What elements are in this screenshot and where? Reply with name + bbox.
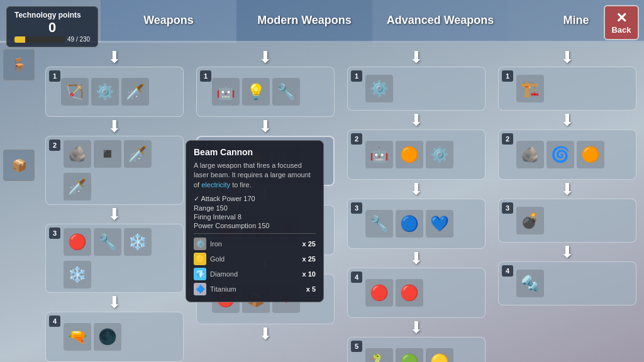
item-icon: 🔧 [272,78,300,106]
item-icon: 💙 [426,210,453,238]
arrow-3: ⬇ [108,294,121,310]
tier-badge-4: 4 [49,315,60,327]
item-icon: 🔴 [365,279,393,307]
close-icon: ✕ [616,11,627,25]
main-area: 🪑 📦 ⬇ 1 🏹 ⚙️ 🗡️ ⬇ 2 🪨 ◾ 🗡️ [0,43,644,362]
col-header-weapons: Weapons [101,0,236,43]
col-header-modern-weapons: Modern Weapons [236,0,372,43]
progress-bar-fill [14,36,25,43]
arrow-top-weapons: ⬇ [108,49,121,65]
tier-badge-2: 2 [49,140,60,151]
arrow-1a: ⬇ [409,112,423,128]
tier-badge-1: 1 [351,70,362,82]
item-icon: 🪨 [64,140,91,168]
card-icons: 🔫 🌑 [51,323,121,351]
item-icon: 🔧 [94,228,121,256]
card-icons: 🏹 ⚙️ 🗡️ [51,78,149,106]
item-icon: ❄️ [64,261,91,288]
resource-diamond-label: Diamond [210,270,299,278]
advanced-tier5[interactable]: 5 🐍 🟢 🟡 [347,337,486,362]
advanced-tier3[interactable]: 3 🔧 🔵 💙 [347,199,486,249]
back-label: Back [611,25,631,35]
iron-icon: ⚙️ [194,238,206,250]
arrow-3a: ⬇ [409,250,423,266]
item-icon: 🤖 [212,78,240,106]
arrow-2mine: ⬇ [560,181,574,197]
item-icon: 🟡 [426,348,453,362]
arrow-2: ⬇ [108,206,121,222]
stat-power: Power Consumption 150 [194,222,316,229]
item-icon: 🔵 [396,210,423,238]
card-icons: 🪨 ◾ 🗡️ [51,140,152,168]
arrow-2a: ⬇ [409,181,423,197]
resource-gold-amount: x 25 [303,255,316,263]
back-button[interactable]: ✕ Back [604,5,639,40]
beam-cannon-tooltip: Beam Cannon A large weapon that fires a … [186,140,324,302]
tier-badge-4: 4 [502,265,513,277]
modern-tier1[interactable]: 1 🤖 💡 🔧 [196,67,335,117]
titanium-icon: 🔷 [194,283,206,295]
item-icon: ⚙️ [365,75,393,102]
arrow-1m: ⬇ [258,118,272,134]
item-icon: 💡 [242,78,270,106]
mine-tier4[interactable]: 4 🔩 [498,261,636,305]
weapons-tier4[interactable]: 4 🔫 🌑 [45,312,184,362]
sidebar-item-0[interactable]: 🪑 [3,49,35,80]
sidebar-item-1[interactable]: 📦 [3,150,35,181]
tooltip-resources: ⚙️ Iron x 25 🟡 Gold x 25 💎 Diamond x 10 … [194,238,316,295]
tier-badge-1: 1 [502,70,513,82]
tier-badge-1: 1 [49,70,60,82]
diamond-icon: 💎 [194,268,206,280]
weapons-tier3[interactable]: 3 🔴 🔧 ❄️ ❄️ [45,224,184,293]
resource-titanium: 🔷 Titanium x 5 [194,283,316,295]
item-icon: 🔫 [64,323,91,351]
item-icon: ⚙️ [426,141,453,168]
item-icon: 🔩 [516,270,544,297]
arrow-top-adv: ⬇ [409,49,423,65]
item-icon: 🟢 [396,348,423,362]
mine-tier1[interactable]: 1 🏗️ [498,67,636,111]
weapons-tier1[interactable]: 1 🏹 ⚙️ 🗡️ [45,67,184,117]
tooltip-stats: ✓ Attack Power 170 Range 150 Firing Inte… [194,195,316,229]
item-icon: ◾ [94,140,121,168]
item-icon: 🗡️ [64,173,91,200]
item-icon: 🔴 [396,279,423,307]
tooltip-description: A large weapon that fires a focused lase… [194,161,316,190]
stat-interval: Firing Interval 8 [194,213,316,221]
arrow-4a: ⬇ [409,319,423,336]
advanced-tier4[interactable]: 4 🔴 🔴 [347,268,486,318]
card-icons-extra: 🗡️ [51,173,91,200]
arrow-1: ⬇ [108,118,121,134]
item-icon: 🏗️ [516,75,544,102]
arrow-top-modern: ⬇ [258,49,272,65]
mine-tier2[interactable]: 2 🪨 🌀 🟠 [498,129,636,180]
resource-diamond-amount: x 10 [303,270,316,278]
progress-bar-label: 49 / 230 [67,36,90,43]
stat-attack: ✓ Attack Power 170 [194,195,316,203]
tier-badge-3: 3 [502,202,513,214]
tier-badge-4: 4 [351,272,362,283]
advanced-tier2[interactable]: 2 🤖 🟠 ⚙️ [347,129,486,180]
tier-badge-2: 2 [351,133,362,145]
arrow-1mine: ⬇ [560,112,574,128]
arrow-4m: ⬇ [258,326,272,342]
card-icons: 🔴 🔴 [353,279,423,307]
item-icon: 🔧 [365,210,393,238]
card-icons: 🐍 🟢 🟡 [353,348,453,362]
card-icons: 🪨 🌀 🟠 [504,141,604,168]
weapons-tier2[interactable]: 2 🪨 ◾ 🗡️ 🗡️ [45,136,184,205]
tier-badge-2: 2 [502,133,513,145]
tooltip-divider [194,233,316,234]
tech-points-bar: 49 / 230 [14,36,90,43]
item-icon: 🗡️ [121,78,149,106]
resource-diamond: 💎 Diamond x 10 [194,268,316,280]
item-icon: 🪨 [516,141,544,168]
card-icons: 🤖 💡 🔧 [202,78,300,106]
mine-tier3[interactable]: 3 💣 [498,199,636,243]
card-icons: 🤖 🟠 ⚙️ [353,141,453,168]
tech-points-title: Technology points [14,11,90,19]
tier-badge-5: 5 [351,341,362,352]
resource-titanium-label: Titanium [210,285,303,293]
advanced-tier1[interactable]: 1 ⚙️ [347,67,486,111]
column-mine: ⬇ 1 🏗️ ⬇ 2 🪨 🌀 🟠 ⬇ 3 💣 [493,48,641,362]
